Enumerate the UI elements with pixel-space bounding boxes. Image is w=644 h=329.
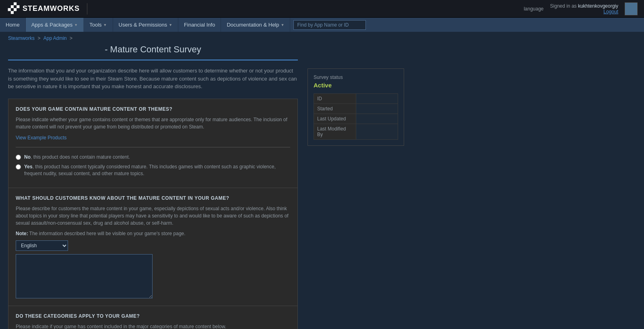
radio-yes-mature: Yes, this product has content typically … [16,163,290,177]
table-row: ID [314,94,398,104]
status-table: ID Started Last Updated Last Modified By [314,93,398,140]
example-products-link[interactable]: View Example Products [16,135,67,141]
nav-docs-arrow: ▼ [281,23,284,27]
field-lastupdated-name: Last Updated [314,114,356,124]
svg-rect-3 [14,8,17,11]
radio-yes-mature-input[interactable] [16,164,21,170]
note-bold: Note: [16,231,28,236]
left-panel: - Mature Content Survey The information … [8,44,298,329]
language-selector[interactable]: language [524,6,543,12]
nav-users-arrow: ▼ [169,23,172,27]
svg-rect-1 [17,5,19,8]
signed-in-label: Signed in as [550,3,577,9]
table-row: Started [314,104,398,114]
section-mature-content: DOES YOUR GAME CONTAIN MATURE CONTENT OR… [8,99,298,188]
svg-rect-2 [11,5,14,8]
mature-content-textarea[interactable] [16,254,153,298]
survey-status-value: Active [314,82,398,89]
table-row: Last Modified By [314,124,398,140]
top-bar-divider [87,3,87,14]
section-2-title: WHAT SHOULD CUSTOMERS KNOW ABOUT THE MAT… [16,195,290,201]
section-2-description: Please describe for customers the mature… [16,205,290,227]
survey-status-label: Survey status [314,74,398,80]
nav-tools-label: Tools [89,22,101,28]
breadcrumb-steamworks[interactable]: Steamworks [8,35,35,41]
svg-rect-0 [14,2,17,5]
field-lastupdated-value [356,114,398,124]
signed-in-info: Signed in as kukhtenkovgeorgiy Logout [550,3,618,14]
nav-home-label: Home [6,22,20,28]
language-select-wrapper: English [16,240,290,251]
page-description: The information that you and your organi… [8,67,298,91]
nav-docs-label: Documentation & Help [227,22,279,28]
svg-rect-5 [11,11,14,14]
section-1-title: DOES YOUR GAME CONTAIN MATURE CONTENT OR… [16,106,290,112]
breadcrumb-sep-1: > [37,35,41,41]
right-panel: Survey status Active ID Started Last Upd… [308,44,404,329]
username: kukhtenkovgeorgiy [578,3,618,9]
steam-logo: STEAMWORKS [6,2,80,16]
breadcrumb-sep-2: > [70,35,72,41]
survey-status-panel: Survey status Active ID Started Last Upd… [308,68,404,146]
page-title: - Mature Content Survey [8,44,298,55]
section-1-divider [16,147,290,147]
field-id-name: ID [314,94,356,104]
nav-apps-arrow: ▼ [74,23,78,27]
nav-item-documentation-help[interactable]: Documentation & Help ▼ [221,18,290,32]
nav-item-home[interactable]: Home [0,18,26,32]
field-lastmodified-value [356,124,398,140]
logout-link[interactable]: Logout [603,9,618,14]
nav-item-apps-packages[interactable]: Apps & Packages ▼ [26,18,84,32]
radio-no-mature-label: No, this product does not contain mature… [24,154,130,161]
nav-item-financial-info[interactable]: Financial Info [178,18,221,32]
nav-item-users-permissions[interactable]: Users & Permissions ▼ [113,18,179,32]
svg-rect-4 [8,8,11,11]
top-bar-right: language Signed in as kukhtenkovgeorgiy … [524,2,638,15]
nav-users-label: Users & Permissions [119,22,167,28]
section-2-note: Note: The information described here wil… [16,231,290,236]
search-input[interactable] [293,20,366,30]
radio-yes-mature-label: Yes, this product has content typically … [24,163,290,177]
nav-tools-arrow: ▼ [103,23,107,27]
breadcrumb-app-admin[interactable]: App Admin [43,35,67,41]
nav-financial-label: Financial Info [184,22,215,28]
nav-item-tools[interactable]: Tools ▼ [84,18,113,32]
nav-bar: Home Apps & Packages ▼ Tools ▼ Users & P… [0,18,644,32]
breadcrumb: Steamworks > App Admin > [0,32,644,44]
page-title-container: - Mature Content Survey [8,44,298,60]
section-customer-knowledge: WHAT SHOULD CUSTOMERS KNOW ABOUT THE MAT… [8,188,298,306]
top-bar-left: STEAMWORKS [6,2,91,16]
field-id-value [356,94,398,104]
logo-text: STEAMWORKS [23,4,80,13]
language-select[interactable]: English [16,240,68,251]
section-1-description: Please indicate whether your game contai… [16,116,290,130]
field-started-value [356,104,398,114]
radio-no-mature-input[interactable] [16,155,21,160]
nav-apps-label: Apps & Packages [31,22,73,28]
field-lastmodified-name: Last Modified By [314,124,356,140]
main-content: - Mature Content Survey The information … [0,44,644,329]
radio-no-mature: No, this product does not contain mature… [16,154,290,161]
field-started-name: Started [314,104,356,114]
section-3-description: Please indicate if your game has content… [16,323,290,329]
avatar [625,2,638,15]
section-categories: DO THESE CATEGORIES APPLY TO YOUR GAME? … [8,306,298,329]
top-bar: STEAMWORKS language Signed in as kukhten… [0,0,644,18]
note-rest: The information described here will be v… [29,231,186,236]
section-3-title: DO THESE CATEGORIES APPLY TO YOUR GAME? [16,313,290,319]
table-row: Last Updated [314,114,398,124]
